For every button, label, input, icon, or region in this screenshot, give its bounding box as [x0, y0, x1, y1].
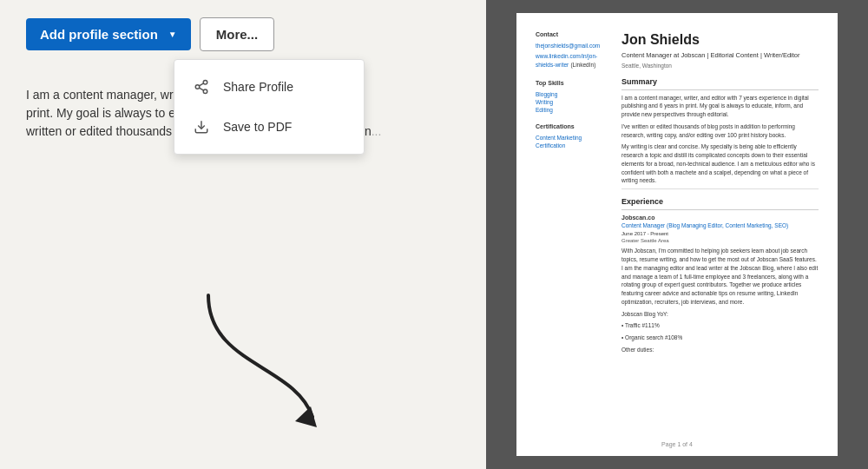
share-profile-item[interactable]: Share Profile [174, 67, 364, 107]
section-divider [621, 188, 819, 189]
arrow-graphic [156, 278, 330, 417]
resume-sidebar: Contact thejonshields@gmail.com www.link… [536, 30, 609, 358]
certs-section: Certifications Content Marketing Certifi… [536, 122, 609, 149]
exp1-blog: Jobscan Blog YoY: [621, 310, 819, 319]
certs-label: Certifications [536, 122, 609, 131]
exp1-location: Greater Seattle Area [621, 237, 819, 244]
summary-p3: My writing is clear and concise. My spec… [621, 142, 819, 185]
right-panel: Contact thejonshields@gmail.com www.link… [486, 0, 868, 469]
exp1-desc: With Jobscan, I'm committed to helping j… [621, 247, 819, 306]
summary-heading: Summary [621, 76, 819, 90]
add-profile-label: Add profile section [40, 27, 158, 42]
cert-1: Content Marketing Certification [536, 134, 609, 149]
exp1-role: Content Manager (Blog Managing Editor, C… [621, 221, 819, 229]
save-pdf-item[interactable]: Save to PDF [174, 107, 364, 147]
share-icon [192, 77, 211, 96]
svg-point-1 [195, 85, 200, 89]
dropdown-menu: Share Profile Save to PDF [174, 59, 365, 155]
resume-card: Contact thejonshields@gmail.com www.link… [516, 13, 838, 456]
chevron-down-icon: ▼ [168, 30, 177, 39]
contact-section: Contact thejonshields@gmail.com www.link… [536, 30, 609, 70]
svg-point-0 [203, 81, 207, 85]
skill-1: Blogging [536, 90, 609, 98]
svg-line-4 [199, 83, 203, 86]
svg-point-2 [203, 89, 207, 94]
resume-name: Jon Shields [621, 30, 819, 50]
exp1-company: Jobscan.co [621, 214, 819, 222]
left-panel: Add profile section ▼ More... Share Prof… [0, 0, 486, 469]
resume-location: Seattle, Washington [621, 62, 819, 69]
more-button[interactable]: More... [200, 17, 274, 51]
exp1-bullet1: • Traffic #111% [621, 321, 819, 330]
share-profile-label: Share Profile [223, 80, 293, 94]
summary-p2: I've written or edited thousands of blog… [621, 122, 819, 140]
exp1-dates: June 2017 - Present [621, 230, 819, 237]
experience-heading: Experience [621, 196, 819, 210]
skills-label: Top Skills [536, 79, 609, 88]
svg-line-3 [199, 88, 203, 90]
add-profile-button[interactable]: Add profile section ▼ [26, 18, 191, 50]
exp1-bullet2: • Organic search #108% [621, 334, 819, 342]
svg-marker-6 [295, 406, 317, 427]
exp1-other: Other duties: [621, 346, 819, 354]
summary-p1: I am a content manager, writer, and edit… [621, 94, 819, 119]
skill-2: Writing [536, 98, 609, 106]
linkedin-note: (LinkedIn) [570, 62, 595, 68]
download-icon [192, 117, 211, 136]
resume-main: Jon Shields Content Manager at Jobscan |… [621, 30, 819, 358]
page-number: Page 1 of 4 [661, 440, 693, 449]
resume-title: Content Manager at Jobscan | Editorial C… [621, 51, 819, 61]
skills-section: Top Skills Blogging Writing Editing [536, 79, 609, 114]
save-pdf-label: Save to PDF [223, 120, 292, 134]
email: thejonshields@gmail.com [536, 42, 609, 50]
skill-3: Editing [536, 106, 609, 114]
contact-label: Contact [536, 30, 609, 39]
